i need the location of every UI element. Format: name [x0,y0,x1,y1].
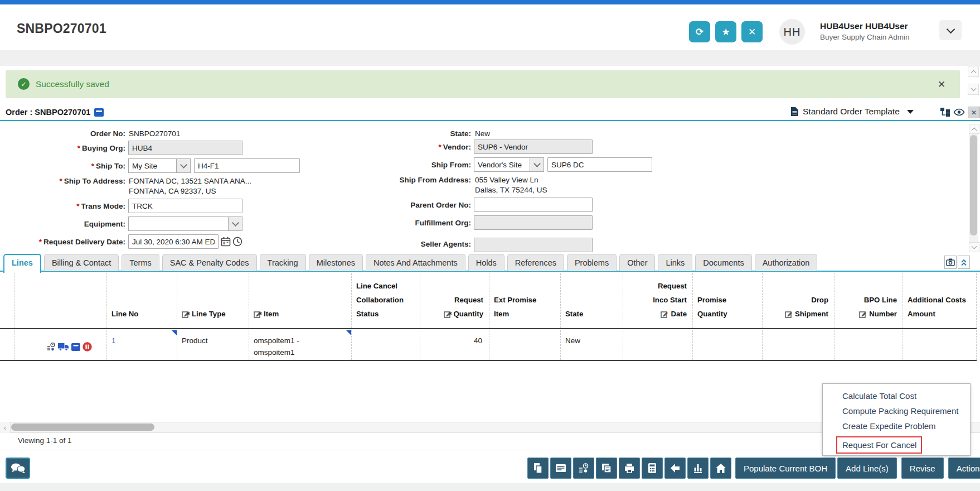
copy-lines-button[interactable] [596,458,617,479]
item-line1: omspoitem1 - [254,335,347,346]
warehouse-button[interactable] [710,458,731,479]
cell-item[interactable]: omspoitem1 - omspoitem1 [249,330,351,360]
banner-close-button[interactable]: ✕ [935,78,948,90]
cell-request-inco-start-date[interactable] [623,330,692,360]
col-promise-quantity[interactable]: Promise Quantity [692,273,762,328]
actions-button[interactable]: Actions [948,458,980,479]
order-archive-icon[interactable] [94,108,104,117]
ship-to-field[interactable] [194,158,300,173]
cell-request-quantity[interactable]: 40 [420,330,489,360]
form-scroll-up-button[interactable] [969,124,979,134]
copy-order-button[interactable] [527,458,549,479]
milestones-icon[interactable] [46,342,56,354]
tab-references[interactable]: References [507,254,564,271]
close-view-button[interactable]: ✕ [968,107,980,118]
form-scrollbar[interactable] [969,124,978,252]
summary-card-button[interactable] [550,458,571,479]
scroll-down-button[interactable] [968,84,979,95]
seller-agents-field[interactable] [474,238,593,252]
template-selector[interactable]: Standard Order Template [790,107,914,117]
cell-line-type[interactable]: Product [177,330,249,360]
cell-bpo-line-number[interactable] [834,330,903,360]
col-drop-shipment[interactable]: Drop Shipment [762,273,834,328]
tab-billing-contact[interactable]: Billing & Contact [44,254,119,271]
buying-org-field[interactable] [128,141,242,155]
grid-settings-button[interactable] [944,256,957,269]
tab-milestones[interactable]: Milestones [309,254,363,271]
ship-from-field[interactable] [547,157,652,172]
col-ext-promise-item[interactable]: Ext Promise Item [489,273,560,328]
add-lines-button[interactable]: Add Line(s) [837,458,897,479]
close-page-button[interactable]: ✕ [741,21,763,42]
refresh-button[interactable]: ⟳ [689,21,710,42]
col-item[interactable]: ∗Item [249,273,351,328]
col-bpo-line-number[interactable]: BPO Line Number [834,273,903,328]
form-scrollbar-thumb[interactable] [970,135,977,235]
menu-item-request-for-cancel[interactable]: Request For Cancel [837,437,921,453]
tab-sac-penalty-codes[interactable]: SAC & Penalty Codes [162,254,257,271]
back-button[interactable] [664,458,686,479]
request-delivery-date-field[interactable] [128,234,219,249]
tab-documents[interactable]: Documents [695,254,751,271]
print-button[interactable] [619,458,640,479]
tab-lines[interactable]: Lines [3,254,41,273]
calendar-picker-button[interactable] [220,236,231,247]
revise-button[interactable]: Revise [901,458,944,479]
tab-tracking[interactable]: Tracking [260,254,306,271]
user-menu-button[interactable] [939,20,962,40]
col-request-quantity[interactable]: Request ∗Quantity [420,273,489,328]
tab-terms[interactable]: Terms [122,254,159,271]
archive-icon[interactable] [71,343,80,353]
refresh-icon: ⟳ [696,26,704,38]
pause-hold-icon[interactable] [83,342,92,354]
horizontal-scrollbar-thumb[interactable] [11,423,154,431]
fulfillment-org-field[interactable] [474,215,593,230]
ship-to-type-select[interactable]: My Site [128,158,191,173]
cell-ext-promise-item [489,330,560,360]
calculator-button[interactable] [642,458,663,479]
tab-notes-attachments[interactable]: Notes And Attachments [366,254,465,271]
preview-button[interactable] [953,108,965,118]
tab-problems[interactable]: Problems [567,254,617,271]
col-state[interactable]: State [560,273,623,328]
cell-line-cancel-status [351,330,420,360]
tab-other[interactable]: Other [619,254,655,271]
copy-icon [532,463,544,474]
banner-message: Successfully saved [36,79,109,89]
form-scroll-down-button[interactable] [969,242,979,252]
time-picker-button[interactable] [232,236,242,247]
trans-mode-field[interactable] [128,199,242,213]
equipment-select[interactable] [128,216,242,231]
tab-links[interactable]: Links [658,254,692,271]
edit-required-icon: ∗ [254,310,261,318]
col-request-inco-start-date[interactable]: Request Inco Start Date [623,273,692,328]
col-line-no[interactable]: Line No [106,273,177,328]
milestones-button[interactable] [573,458,594,479]
menu-item-create-expedite-problem[interactable]: Create Expedite Problem [823,418,970,434]
menu-item-compute-packing-requirement[interactable]: Compute Packing Requirement [823,403,970,418]
scroll-left-button[interactable]: ‹ [0,422,11,433]
chart-button[interactable] [687,458,709,479]
hierarchy-view-button[interactable] [940,107,950,119]
ship-from-type-select[interactable]: Vendor's Site [474,157,544,172]
scroll-up-button[interactable] [968,66,979,77]
vendor-field[interactable] [474,139,593,154]
tab-authorization[interactable]: Authorization [755,254,818,271]
tab-holds[interactable]: Holds [468,254,504,271]
favorite-button[interactable]: ★ [715,21,736,42]
col-line-type[interactable]: ∗Line Type [177,273,249,328]
eye-icon [953,108,965,116]
populate-current-boh-button[interactable]: Populate Current BOH [735,458,836,479]
collapse-panel-button[interactable] [958,256,970,269]
milestones-icon [578,463,589,474]
parent-order-no-field[interactable] [474,198,593,212]
col-line-cancel-status[interactable]: Line Cancel Collaboration Status [351,273,420,328]
menu-item-calculate-total-cost[interactable]: Calculate Total Cost [823,388,970,403]
col-additional-costs-amount[interactable]: Additional Costs Amount [903,273,977,328]
line-no-link[interactable]: 1 [111,336,116,345]
avatar[interactable]: HH [779,19,805,45]
cell-drop-shipment[interactable] [762,330,834,360]
truck-icon[interactable] [58,343,69,353]
star-icon: ★ [721,26,730,38]
chat-button[interactable] [6,458,30,479]
